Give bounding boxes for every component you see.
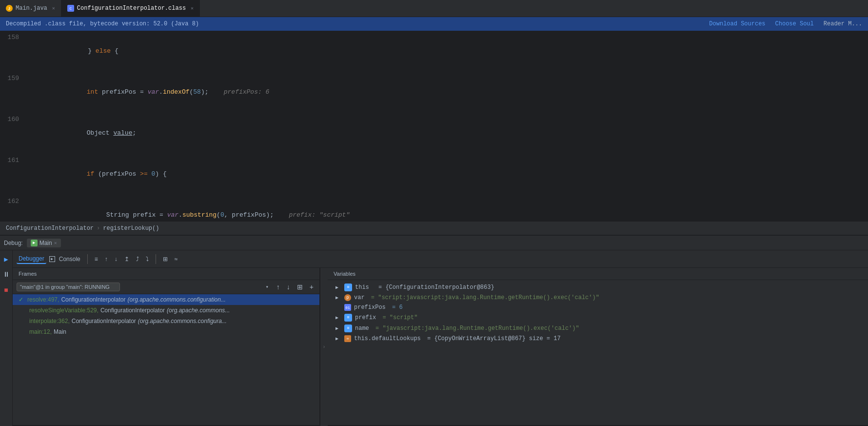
thread-select[interactable]: "main"@1 in group "main": RUNNING	[17, 283, 120, 291]
info-bar-actions: Download Sources Choose Soul Reader M...	[709, 20, 862, 27]
tab-bar: J Main.java ✕ C ConfigurationInterpolato…	[0, 0, 868, 17]
gutter-158	[27, 31, 31, 72]
debug-toolbar: Debugger ▶ Console ≡ ↑ ↓ ↥ ⤴ ⤵ ⊞ ≈	[13, 250, 868, 268]
tab-main-java-close[interactable]: ✕	[52, 5, 55, 11]
frame-location-0: resolve:497,	[27, 296, 59, 303]
pause-icon[interactable]: ⏸	[1, 270, 11, 280]
var-value-this: = {ConfigurationInterpolator@863}	[378, 284, 494, 291]
class-file-icon: C	[67, 5, 74, 12]
gutter-160	[27, 113, 31, 154]
var-item-name[interactable]: ▶ ≡ name = "javascript:java.lang.Runtime…	[328, 323, 868, 334]
frame-class-0: ConfigurationInterpolator	[61, 296, 125, 303]
tab-main-java[interactable]: J Main.java ✕	[0, 0, 61, 17]
var-eq-this	[372, 284, 375, 291]
badge-this: ≡	[344, 284, 352, 291]
line-content-158: } else {	[31, 31, 868, 72]
info-bar: Decompiled .class file, bytecode version…	[0, 17, 868, 31]
console-tab-btn[interactable]: Console	[57, 255, 82, 264]
step-into-btn[interactable]: ↓	[113, 255, 119, 264]
debug-body: Frames "main"@1 in group "main": RUNNING…	[13, 268, 868, 426]
frames-add-btn[interactable]: +	[308, 282, 316, 292]
frames-down-btn[interactable]: ↓	[285, 282, 292, 292]
line-content-160: Object value;	[31, 113, 868, 154]
frame-location-2: interpolate:362,	[29, 318, 70, 325]
frames-panel: Frames "main"@1 in group "main": RUNNING…	[13, 268, 320, 426]
console-tab-btn-wrapper: ▶ Console	[49, 255, 82, 264]
tab-config-class-close[interactable]: ✕	[191, 5, 194, 11]
tab-config-class[interactable]: C ConfigurationInterpolator.class ✕	[61, 0, 200, 17]
step-over-btn[interactable]: ↑	[103, 255, 110, 264]
badge-name: ≡	[344, 325, 352, 332]
breadcrumb-method[interactable]: registerLookup()	[103, 225, 159, 232]
frame-item-3[interactable]: main:12, Main	[13, 326, 319, 337]
force-step-over-btn[interactable]: ⤴	[134, 255, 141, 264]
frame-class-3: Main	[54, 328, 66, 335]
toolbar-list-btn[interactable]: ≡	[93, 255, 100, 264]
download-sources-link[interactable]: Download Sources	[709, 20, 765, 27]
java-file-icon: J	[6, 5, 13, 12]
var-value-var: = "script:javascript:java.lang.Runtime.g…	[368, 294, 599, 301]
step-out-btn[interactable]: ↥	[122, 255, 131, 264]
debug-label: Debug:	[4, 240, 23, 246]
line-num-158: 158	[0, 31, 27, 72]
debugger-tab-btn[interactable]: Debugger	[17, 254, 46, 264]
select-arrow-icon: ▾	[266, 284, 269, 290]
var-item-prefixpos[interactable]: ▶ 01 prefixPos = 6	[328, 303, 868, 312]
frame-item-0[interactable]: ✓ resolve:497, ConfigurationInterpolator…	[13, 294, 319, 305]
line-num-162: 162	[0, 195, 27, 221]
tab-main-java-label: Main.java	[16, 5, 47, 12]
breadcrumb-separator: ›	[97, 225, 100, 232]
debug-content: Debugger ▶ Console ≡ ↑ ↓ ↥ ⤴ ⤵ ⊞ ≈	[13, 250, 868, 426]
frames-panel-header: Frames	[13, 268, 319, 280]
frame-check-icon: ✓	[19, 296, 23, 303]
debug-session-label: Main	[39, 240, 52, 246]
var-value-defaultlookups: = {CopyOnWriteArrayList@867} size = 17	[424, 335, 561, 342]
var-name-defaultlookups: this.defaultLookups	[354, 335, 421, 342]
badge-prefix: ≡	[344, 314, 352, 322]
code-line-162: 162 String prefix = var.substring(0, pre…	[0, 195, 868, 221]
expand-icon-defaultlookups: ▶	[335, 336, 340, 342]
var-item-var[interactable]: ▶ p var = "script:javascript:java.lang.R…	[328, 293, 868, 303]
gutter-162	[27, 195, 31, 221]
expand-icon-this: ▶	[335, 284, 340, 290]
var-item-defaultlookups[interactable]: ▶ ∞ this.defaultLookups = {CopyOnWriteAr…	[328, 334, 868, 344]
badge-prefixpos: 01	[344, 304, 351, 311]
frames-toolbar: "main"@1 in group "main": RUNNING ▾ ↑ ↓ …	[13, 280, 319, 294]
gutter-161	[27, 154, 31, 195]
settings-btn[interactable]: ≈	[173, 255, 180, 264]
choose-soul-link[interactable]: Choose Soul	[775, 20, 814, 27]
frames-btn[interactable]: ⊞	[161, 255, 170, 264]
breadcrumb-class[interactable]: ConfigurationInterpolator	[6, 225, 94, 232]
var-value-prefix: = "script"	[379, 314, 417, 321]
info-bar-text: Decompiled .class file, bytecode version…	[6, 20, 199, 27]
var-name-this: this	[355, 284, 369, 291]
debug-header: Debug: ▶ Main ✕	[0, 236, 868, 250]
force-step-into-btn[interactable]: ⤵	[144, 255, 151, 264]
gutter-159	[27, 72, 31, 113]
var-value-prefixpos: = 6	[389, 304, 403, 311]
line-content-162: String prefix = var.substring(0, prefixP…	[31, 195, 868, 221]
expand-panel-btn[interactable]: ›	[320, 268, 328, 426]
frames-up-btn[interactable]: ↑	[275, 282, 282, 292]
var-item-this[interactable]: ▶ ≡ this = {ConfigurationInterpolator@86…	[328, 282, 868, 293]
frames-filter-btn[interactable]: ⊞	[295, 282, 305, 292]
frame-package-2: (org.apache.commons.configura...	[138, 318, 227, 325]
var-item-prefix[interactable]: ▶ ≡ prefix = "script"	[328, 312, 868, 323]
code-line-160: 160 Object value;	[0, 113, 868, 154]
console-icon: ▶	[49, 256, 55, 262]
frame-item-1[interactable]: resolveSingleVariable:529, Configuration…	[13, 305, 319, 316]
resume-icon[interactable]: ▶	[1, 254, 11, 264]
frame-list: ✓ resolve:497, ConfigurationInterpolator…	[13, 294, 319, 426]
code-line-161: 161 if (prefixPos >= 0) {	[0, 154, 868, 195]
frame-item-2[interactable]: interpolate:362, ConfigurationInterpolat…	[13, 316, 319, 326]
frame-class-2: ConfigurationInterpolator	[72, 318, 136, 325]
code-area: 158 } else { 159 int prefixPos = var.ind…	[0, 31, 868, 221]
badge-var: p	[344, 294, 351, 301]
frame-class-1: ConfigurationInterpolator	[100, 307, 165, 314]
stop-icon[interactable]: ■	[1, 285, 11, 295]
line-content-161: if (prefixPos >= 0) {	[31, 154, 868, 195]
line-num-159: 159	[0, 72, 27, 113]
debug-panel: Debug: ▶ Main ✕ ▶ ⏸ ■ Debugger ▶ Console…	[0, 235, 868, 425]
reader-mode-link[interactable]: Reader M...	[824, 20, 862, 27]
debug-session-close[interactable]: ✕	[54, 240, 57, 246]
